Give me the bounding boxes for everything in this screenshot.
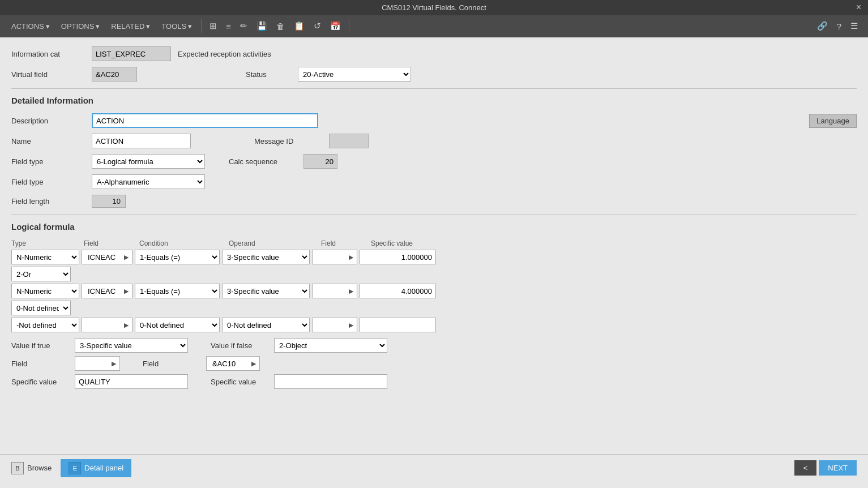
value-if-false-label: Value if false [211, 341, 267, 350]
lf-row2-field2-arrow[interactable]: ▶ [348, 288, 354, 295]
lf-row1-condition-select[interactable]: 1-Equals (=) [135, 250, 220, 264]
calc-seq-input[interactable] [303, 154, 337, 169]
related-menu[interactable]: RELATED ▾ [106, 20, 155, 33]
list-icon-btn[interactable]: ≡ [223, 19, 234, 33]
save-icon-btn[interactable]: 💾 [253, 19, 271, 33]
field-type1-row: Field type 6-Logical formula Calc sequen… [11, 154, 857, 169]
lf-row3-type-select[interactable]: -Not defined [11, 318, 79, 332]
detail-panel-button[interactable]: E Detail panel [61, 459, 131, 477]
app-title: CMS012 Virtual Fields. Connect [382, 3, 486, 12]
virtual-field-label: Virtual field [11, 70, 85, 79]
lf-row2-type-select[interactable]: N-Numeric [11, 284, 79, 298]
true-specific-label: Specific value [11, 378, 68, 386]
lf-row3-operand-select[interactable]: 0-Not defined [222, 318, 310, 332]
lf-header-condition: Condition [139, 239, 224, 247]
value-if-true-label: Value if true [11, 341, 68, 350]
lf-row3-condition-select[interactable]: 0-Not defined [135, 318, 220, 332]
false-field-arrow[interactable]: ▶ [250, 360, 257, 367]
name-label: Name [11, 137, 85, 145]
logical-formula-title: Logical formula [11, 222, 857, 232]
calendar-icon-btn[interactable]: 📅 [327, 19, 344, 33]
delete-icon-btn[interactable]: 🗑 [273, 19, 288, 33]
lf-row1-operand-select[interactable]: 3-Specific value [222, 250, 310, 264]
lf-row1-field-input[interactable] [84, 250, 123, 264]
nav-buttons: < NEXT [794, 460, 857, 476]
section-divider-1 [11, 88, 857, 89]
refresh-icon-btn[interactable]: ↺ [310, 19, 324, 33]
true-specific-input[interactable] [75, 374, 188, 389]
lf-row2-field2-input[interactable] [315, 284, 348, 298]
description-label: Description [11, 117, 85, 125]
language-button[interactable]: Language [809, 114, 857, 128]
lf-row2-condition-select[interactable]: 1-Equals (=) [135, 284, 220, 298]
lf-row3-field: ▶ [82, 318, 132, 332]
field-type2-select[interactable]: A-Alphanumeric [92, 174, 205, 189]
lf-header-field2: Field [321, 239, 366, 247]
false-field-input[interactable] [209, 356, 250, 371]
browse-button[interactable]: B Browse [11, 462, 52, 474]
specific-value-row: Specific value Specific value [11, 374, 857, 389]
false-field-input-container: ▶ [206, 356, 260, 371]
true-field-label: Field [11, 359, 68, 368]
lf-connector-row-2: 0-Not defined [11, 301, 857, 315]
options-menu[interactable]: OPTIONS ▾ [57, 20, 105, 33]
main-content: Information cat Expected reception activ… [0, 37, 868, 454]
true-field-input[interactable] [78, 356, 110, 371]
copy-icon-btn[interactable]: 📋 [290, 19, 308, 33]
lf-row1-field2-arrow[interactable]: ▶ [348, 254, 354, 261]
field-type1-select[interactable]: 6-Logical formula [92, 154, 205, 169]
lf-row3-field2-input[interactable] [315, 318, 348, 332]
lf-row1-field-arrow[interactable]: ▶ [123, 254, 130, 261]
lf-row-2: N-Numeric ▶ 1-Equals (=) 3-Specific valu… [11, 284, 857, 298]
lf-row1-type-select[interactable]: N-Numeric [11, 250, 79, 264]
detail-panel-icon: E [69, 462, 81, 474]
external-link-icon[interactable]: 🔗 [814, 19, 831, 33]
prev-button[interactable]: < [794, 460, 817, 476]
lf-row2-field-input[interactable] [84, 284, 123, 298]
lf-header-operand: Operand [229, 239, 317, 247]
info-cat-row: Information cat Expected reception activ… [11, 46, 857, 61]
close-button[interactable]: × [856, 2, 861, 12]
false-specific-label: Specific value [211, 378, 267, 386]
description-input[interactable] [92, 113, 318, 128]
edit-icon-btn[interactable]: ✏ [237, 19, 251, 33]
field-length-value: 10 [92, 195, 126, 208]
lf-row3-specific-input[interactable] [360, 318, 436, 332]
tools-menu[interactable]: TOOLS ▾ [157, 20, 196, 33]
lf-row2-operand-select[interactable]: 3-Specific value [222, 284, 310, 298]
lf-row1-field2: ▶ [312, 250, 357, 264]
name-messageid-row: Name Message ID [11, 134, 857, 148]
value-if-false-select[interactable]: 2-Object [274, 338, 387, 353]
name-input[interactable] [92, 134, 191, 148]
lf-row2-specific-input[interactable] [360, 284, 436, 298]
value-if-false-row: Value if false 2-Object [211, 338, 387, 353]
toolbar-right: 🔗 ? ☰ [814, 19, 861, 33]
lf-row3-field-input[interactable] [84, 318, 123, 332]
lf-row3-field2-arrow[interactable]: ▶ [348, 322, 354, 329]
value-if-true-select[interactable]: 3-Specific value [75, 338, 188, 353]
lf-row-1: N-Numeric ▶ 1-Equals (=) 3-Specific valu… [11, 250, 857, 264]
lf-row3-field-arrow[interactable]: ▶ [123, 322, 130, 329]
status-select[interactable]: 20-Active [298, 67, 411, 82]
virtual-field-input[interactable] [92, 67, 137, 82]
lf-connector2-select[interactable]: 0-Not defined [11, 301, 71, 315]
lf-row1-field2-input[interactable] [315, 250, 348, 264]
actions-menu[interactable]: ACTIONS ▾ [7, 20, 54, 33]
next-button[interactable]: NEXT [819, 460, 857, 476]
section-divider-2 [11, 215, 857, 215]
lf-connector-row-1: 2-Or [11, 267, 857, 281]
menu-icon[interactable]: ☰ [847, 19, 861, 33]
lf-connector1-select[interactable]: 2-Or [11, 267, 71, 281]
lf-row-3: -Not defined ▶ 0-Not defined 0-Not defin… [11, 318, 857, 332]
message-id-input[interactable] [329, 134, 369, 148]
true-field-arrow[interactable]: ▶ [110, 360, 117, 367]
true-field-input-container: ▶ [75, 356, 120, 371]
info-cat-input[interactable] [92, 46, 171, 61]
false-field-label: Field [143, 359, 199, 368]
false-specific-input[interactable] [274, 374, 387, 389]
lf-header-specific: Specific value [371, 239, 447, 247]
lf-row1-specific-input[interactable] [360, 250, 436, 264]
help-icon[interactable]: ? [833, 19, 845, 33]
lf-row2-field-arrow[interactable]: ▶ [123, 288, 130, 295]
add-icon-btn[interactable]: ⊞ [206, 19, 220, 33]
